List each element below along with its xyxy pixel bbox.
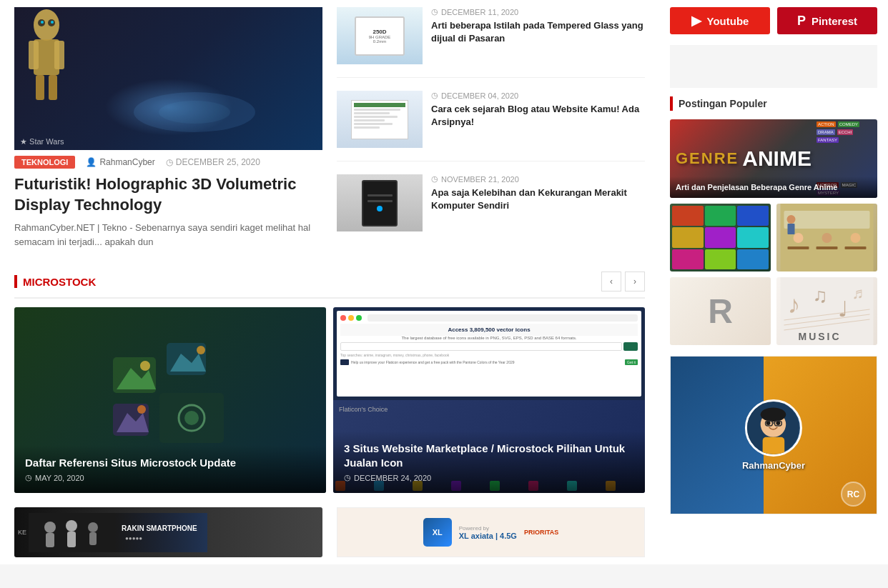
author-label: 👤 RahmanCyber [86, 157, 154, 167]
pinterest-icon: P [797, 14, 806, 29]
genre-tags: ACTION COMEDY DRAMA ECCHI FANTASY [817, 121, 874, 143]
popular-item-4[interactable]: R [670, 277, 771, 345]
xl-logo: XL [423, 518, 452, 547]
led [377, 206, 383, 211]
bottom-card-a: KE [14, 507, 322, 557]
svg-point-29 [88, 522, 98, 532]
article-info-3: ◷ NOVEMBER 21, 2020 Apa saja Kelebihan d… [431, 174, 645, 231]
svg-rect-5 [49, 75, 57, 100]
svg-rect-28 [67, 532, 76, 547]
nav-arrows: ‹ › [601, 271, 645, 291]
sidebar-ad-top [670, 45, 877, 88]
website-header [354, 103, 405, 107]
svg-text:●●●●●: ●●●●● [125, 535, 142, 542]
card-date-1: ◷ MAY 20, 2020 [25, 473, 315, 482]
microstock-section: MICROSTOCK ‹ › [14, 271, 645, 493]
card-date-2: ◷ DECEMBER 24, 2020 [344, 473, 634, 482]
svg-rect-31 [114, 513, 207, 552]
svg-point-55 [761, 407, 786, 422]
svg-point-11 [159, 101, 230, 124]
section-title: MICROSTOCK [14, 275, 96, 288]
clock-icon-2: ◷ [431, 91, 438, 100]
svg-point-8 [41, 21, 44, 24]
sidebar: ▶ Youtube P Pinterest Postingan Populer [659, 0, 888, 564]
prev-arrow[interactable]: ‹ [601, 271, 621, 291]
hologram-projection [130, 91, 259, 134]
flaticon-choice: Flaticon's Choice [333, 400, 645, 493]
star-wars-label: ★ Star Wars [20, 137, 64, 146]
svg-rect-37 [845, 246, 867, 249]
featured-title[interactable]: Futuristik! Holographic 3D Volumetric Di… [14, 174, 322, 215]
svg-text:MUSIC: MUSIC [799, 331, 842, 342]
computer-tower [362, 180, 398, 226]
article-thumb-2 [337, 91, 423, 148]
article-date-1: ◷ DECEMBER 11, 2020 [431, 7, 645, 16]
website-mock [351, 100, 408, 139]
article-list: 250D 9H GRADE 0.2mm ◷ DECEMBER 11, 2020 … [337, 7, 645, 257]
clock-icon-3: ◷ [431, 174, 438, 184]
flaticon-toolbar [340, 314, 638, 322]
svg-point-9 [51, 21, 54, 24]
classroom-svg [776, 204, 877, 271]
svg-point-20 [137, 405, 146, 414]
svg-point-14 [140, 361, 150, 371]
svg-point-39 [822, 233, 832, 243]
clock-icon-m2: ◷ [344, 473, 351, 482]
flaticon-search [340, 342, 638, 351]
svg-rect-61 [763, 437, 785, 454]
svg-rect-41 [784, 211, 870, 229]
bottom-image-svg: RAKIN SMARTPHONE ●●●●● [29, 513, 207, 552]
popular-item-2[interactable] [670, 204, 771, 271]
disc-1 [367, 194, 393, 196]
popular-item-3[interactable] [776, 204, 877, 271]
music-svg: ♪ ♫ ♩ ♬ MUSIC [776, 277, 877, 345]
flaticon-tagline: Access 3,809,500 vector icons [340, 324, 638, 336]
xl-text: Powered by XL axiata | 4.5G [459, 525, 517, 540]
website-lines [354, 109, 405, 129]
tg-label: 250D [373, 29, 386, 35]
card-title-2: 3 Situs Website Marketplace / Microstock… [344, 442, 634, 469]
clock-icon-1: ◷ [431, 7, 438, 16]
list-item: 250D 9H GRADE 0.2mm ◷ DECEMBER 11, 2020 … [337, 7, 645, 78]
pinterest-button[interactable]: P Pinterest [777, 7, 877, 34]
flaticon-choice-label: Flaticon's Choice [339, 406, 639, 413]
svg-point-27 [66, 520, 77, 532]
title-bar [14, 275, 17, 288]
card-overlay-2: 3 Situs Website Marketplace / Microstock… [333, 431, 645, 493]
featured-date: ◷ DECEMBER 25, 2020 [166, 157, 260, 167]
next-arrow[interactable]: › [625, 271, 645, 291]
tag-badge[interactable]: TEKNOLOGI [14, 156, 75, 169]
article-title-1[interactable]: Arti beberapa Istilah pada Tempered Glas… [431, 19, 645, 45]
svg-point-40 [851, 233, 861, 243]
bottom-left: KE [14, 507, 322, 557]
popular-title-bar [670, 96, 673, 111]
microstock-card-2[interactable]: Access 3,809,500 vector icons The larges… [333, 307, 645, 493]
article-title-3[interactable]: Apa saja Kelebihan dan Kekurangan Meraki… [431, 186, 645, 212]
robot-figure [14, 7, 79, 107]
avatar-character [747, 402, 800, 455]
clock-icon: ◷ [166, 157, 173, 167]
youtube-button[interactable]: ▶ Youtube [670, 7, 770, 34]
svg-point-25 [44, 522, 56, 533]
popular-item-anime[interactable]: GENRE ANIME ACTION COMEDY DRAMA ECCHI FA… [670, 119, 877, 198]
popular-title: Postingan Populer [679, 98, 767, 109]
article-meta: TEKNOLOGI 👤 RahmanCyber ◷ DECEMBER 25, 2… [14, 156, 322, 169]
r-letter: R [708, 291, 733, 331]
svg-rect-43 [788, 224, 795, 234]
tempered-glass-card: 250D 9H GRADE 0.2mm [355, 16, 405, 56]
microstock-card-1[interactable]: Daftar Referensi Situs Microstock Update… [14, 307, 326, 493]
svg-point-0 [34, 9, 59, 41]
popular-item-5[interactable]: ♪ ♫ ♩ ♬ MUSIC [776, 277, 877, 345]
article-date-2: ◷ DECEMBER 04, 2020 [431, 91, 645, 100]
article-title-2[interactable]: Cara cek sejarah Blog atau Website Kamu!… [431, 103, 645, 129]
clock-icon-m1: ◷ [25, 473, 32, 482]
classroom-bg [776, 204, 877, 271]
bottom-tag: KE [18, 529, 26, 536]
flaticon-mock: Access 3,809,500 vector icons The larges… [337, 311, 641, 397]
svg-point-42 [787, 215, 796, 224]
tg-thickness: 0.2mm [373, 39, 386, 44]
game-grid [670, 204, 771, 271]
rc-badge: RC [841, 482, 866, 507]
svg-rect-36 [817, 246, 838, 249]
popular-header: Postingan Populer [670, 96, 877, 111]
